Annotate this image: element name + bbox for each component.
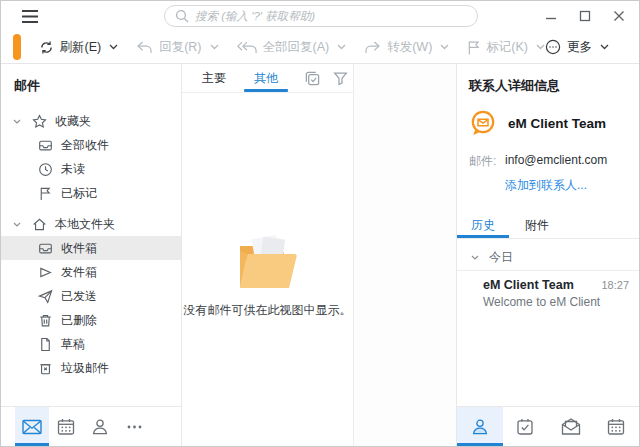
tab-attachments-label: 附件 xyxy=(525,217,549,234)
tab-history-label: 历史 xyxy=(471,217,495,234)
history-item[interactable]: eM Client Team 18:27 Welcome to eM Clien… xyxy=(457,271,639,309)
reply-all-icon xyxy=(237,41,257,54)
minimize-icon[interactable] xyxy=(545,10,557,22)
sidebar-item-inbox[interactable]: 收件箱 xyxy=(1,236,181,260)
refresh-icon xyxy=(39,40,54,55)
chevron-down-icon[interactable] xyxy=(337,44,346,50)
sidebar-item-trash[interactable]: 已删除 xyxy=(1,308,181,332)
search-input[interactable] xyxy=(195,10,467,22)
tab-other[interactable]: 其他 xyxy=(240,64,292,92)
titlebar xyxy=(1,1,639,31)
home-icon xyxy=(31,217,47,232)
search-icon xyxy=(175,9,189,23)
tab-primary-label: 主要 xyxy=(202,70,226,87)
contact-tabs: 历史 附件 xyxy=(469,212,639,238)
flag-icon xyxy=(467,40,480,55)
email-value: info@emclient.com xyxy=(505,153,607,170)
sidebar-item-outbox[interactable]: 发件箱 xyxy=(1,260,181,284)
chevron-down-icon[interactable] xyxy=(210,44,219,50)
chevron-down-icon[interactable] xyxy=(13,222,23,227)
person-icon xyxy=(91,418,109,436)
maximize-icon[interactable] xyxy=(579,10,591,22)
tab-primary[interactable]: 主要 xyxy=(188,64,240,92)
calendar-icon xyxy=(607,418,625,436)
clock-icon xyxy=(37,162,53,177)
tabbar-icons xyxy=(304,70,348,87)
sidebar-item-unread[interactable]: 未读 xyxy=(1,157,181,181)
sidebar-item-label: 全部收件 xyxy=(61,137,109,154)
filter-funnel-icon[interactable] xyxy=(333,71,348,86)
rnav-mail-tab[interactable] xyxy=(548,407,594,446)
window-controls xyxy=(545,1,625,31)
divider xyxy=(457,238,639,239)
nav-calendar-tab[interactable] xyxy=(49,407,83,446)
sidebar-item-junk[interactable]: 垃圾邮件 xyxy=(1,356,181,380)
tab-attachments[interactable]: 附件 xyxy=(523,212,551,238)
chevron-down-icon[interactable] xyxy=(13,119,23,124)
reply-all-button[interactable]: 全部回复(A) xyxy=(237,39,347,56)
contact-panel-title: 联系人详细信息 xyxy=(469,77,639,95)
junk-box-icon xyxy=(37,361,53,376)
history-item-sender: eM Client Team xyxy=(483,278,593,292)
sidebar-item-all-inboxes[interactable]: 全部收件 xyxy=(1,133,181,157)
sidebar-item-flagged[interactable]: 已标记 xyxy=(1,181,181,205)
app-window: 新建(N) 刷新(E) 回复(R) xyxy=(0,0,640,447)
sidebar-group-local-folders[interactable]: 本地文件夹 xyxy=(1,212,181,236)
forward-button[interactable]: 转发(W) xyxy=(364,39,449,56)
person-icon xyxy=(471,418,489,436)
sidebar-item-drafts[interactable]: 草稿 xyxy=(1,332,181,356)
chevron-down-icon[interactable] xyxy=(109,44,118,50)
rnav-tasks-tab[interactable] xyxy=(503,407,549,446)
sidebar-item-label: 垃圾邮件 xyxy=(61,360,109,377)
history-group-today[interactable]: 今日 xyxy=(457,245,639,271)
folder-sidebar: 邮件 收藏夹 全部收件 未读 xyxy=(1,64,182,446)
chevron-down-icon[interactable] xyxy=(440,44,449,50)
forward-button-label: 转发(W) xyxy=(387,39,432,56)
sidebar-item-label: 草稿 xyxy=(61,336,85,353)
empty-state-text: 没有邮件可供在此视图中显示。 xyxy=(182,302,353,319)
more-button[interactable]: 更多 xyxy=(545,39,609,56)
menu-hamburger-icon[interactable] xyxy=(21,9,39,24)
more-button-label: 更多 xyxy=(567,39,592,56)
contact-email-row: 邮件: info@emclient.com xyxy=(469,153,639,170)
search-box[interactable] xyxy=(164,5,478,27)
add-to-contacts-link[interactable]: 添加到联系人... xyxy=(505,177,639,194)
sidebar-item-sent[interactable]: 已发送 xyxy=(1,284,181,308)
refresh-button[interactable]: 刷新(E) xyxy=(39,39,119,56)
reply-button[interactable]: 回复(R) xyxy=(136,39,218,56)
history-item-time: 18:27 xyxy=(601,279,629,291)
nav-mail-tab[interactable] xyxy=(15,407,49,446)
refresh-button-label: 刷新(E) xyxy=(60,39,102,56)
reply-all-button-label: 全部回复(A) xyxy=(263,39,330,56)
flag-icon xyxy=(37,186,53,201)
document-icon xyxy=(37,337,53,352)
sidebar-item-label: 已删除 xyxy=(61,312,97,329)
chevron-down-icon[interactable] xyxy=(600,44,609,50)
trash-icon xyxy=(37,313,53,328)
close-icon[interactable] xyxy=(613,10,625,22)
select-messages-icon[interactable] xyxy=(304,70,321,87)
contact-detail-panel: 联系人详细信息 eM Client Team 邮件: info@e xyxy=(457,64,639,446)
sidebar-item-label: 未读 xyxy=(61,161,85,178)
chevron-down-icon[interactable] xyxy=(471,255,479,260)
reply-icon xyxy=(136,41,153,54)
nav-contacts-tab[interactable] xyxy=(83,407,117,446)
nav-more-tab[interactable] xyxy=(117,407,151,446)
rnav-calendar-tab[interactable] xyxy=(594,407,640,446)
more-ellipsis-icon xyxy=(545,39,561,55)
rnav-contact-details-tab[interactable] xyxy=(457,407,503,446)
sidebar-item-label: 本地文件夹 xyxy=(55,216,115,233)
ellipsis-icon xyxy=(127,425,142,429)
chevron-down-icon[interactable] xyxy=(536,44,545,50)
left-bottom-nav xyxy=(1,406,181,446)
main-area: 邮件 收藏夹 全部收件 未读 xyxy=(1,64,639,446)
tab-history[interactable]: 历史 xyxy=(469,212,497,238)
flag-button[interactable]: 标记(K) xyxy=(467,39,545,56)
tasks-check-icon xyxy=(516,418,534,436)
flag-button-label: 标记(K) xyxy=(486,39,528,56)
new-button[interactable]: 新建(N) xyxy=(13,34,21,60)
history-group-label: 今日 xyxy=(489,249,513,266)
email-label: 邮件: xyxy=(469,153,505,170)
inbox-tray-icon xyxy=(37,241,53,256)
sidebar-group-favorites[interactable]: 收藏夹 xyxy=(1,109,181,133)
